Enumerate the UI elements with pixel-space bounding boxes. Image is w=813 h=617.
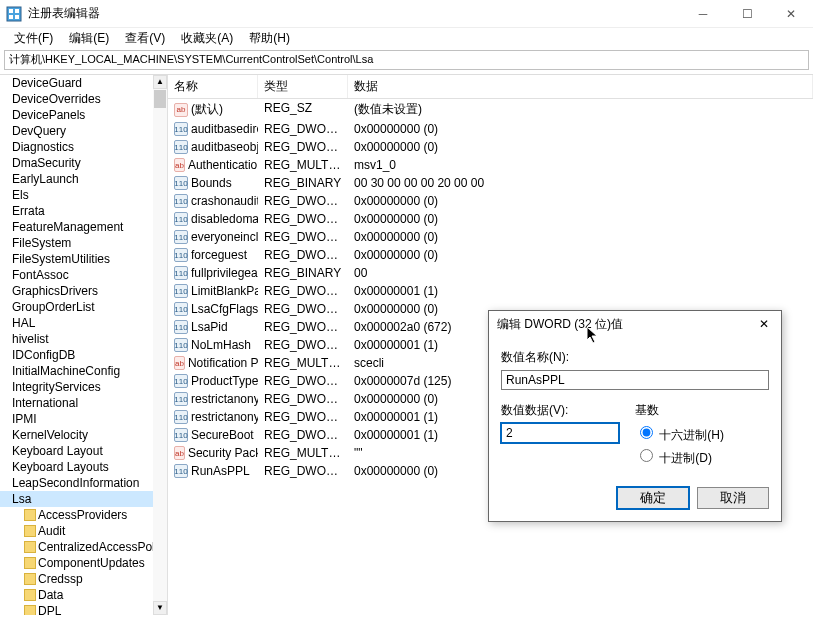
tree-item[interactable]: KernelVelocity: [0, 427, 167, 443]
tree-item[interactable]: FontAssoc: [0, 267, 167, 283]
tree-item-label: DmaSecurity: [12, 156, 81, 170]
binary-icon: 110: [174, 464, 188, 478]
tree-item[interactable]: Keyboard Layouts: [0, 459, 167, 475]
value-name: restrictanonym...: [191, 410, 258, 424]
menu-edit[interactable]: 编辑(E): [61, 28, 117, 48]
cancel-button[interactable]: 取消: [697, 487, 769, 509]
col-type[interactable]: 类型: [258, 75, 348, 98]
tree-item-label: FileSystem: [12, 236, 71, 250]
value-name: restrictanonym...: [191, 392, 258, 406]
tree-item[interactable]: GraphicsDrivers: [0, 283, 167, 299]
binary-icon: 110: [174, 122, 188, 136]
list-header[interactable]: 名称 类型 数据: [168, 75, 813, 99]
value-data: 0x00000000 (0): [348, 247, 813, 263]
tree-item[interactable]: Credssp: [0, 571, 167, 587]
tree-item[interactable]: DeviceGuard: [0, 75, 167, 91]
tree-pane[interactable]: DeviceGuardDeviceOverridesDevicePanelsDe…: [0, 75, 168, 615]
tree-item[interactable]: InitialMachineConfig: [0, 363, 167, 379]
tree-item-label: InitialMachineConfig: [12, 364, 120, 378]
list-row[interactable]: 110everyoneinclud...REG_DWORD0x00000000 …: [168, 228, 813, 246]
tree-item[interactable]: DevQuery: [0, 123, 167, 139]
value-data: 0x00000000 (0): [348, 121, 813, 137]
menu-help[interactable]: 帮助(H): [241, 28, 298, 48]
tree-item[interactable]: DeviceOverrides: [0, 91, 167, 107]
tree-item[interactable]: LeapSecondInformation: [0, 475, 167, 491]
base-label: 基数: [635, 402, 769, 419]
tree-item[interactable]: IPMI: [0, 411, 167, 427]
close-button[interactable]: ✕: [769, 0, 813, 28]
radio-hex[interactable]: 十六进制(H): [635, 423, 769, 444]
list-row[interactable]: 110fullprivilegeau...REG_BINARY00: [168, 264, 813, 282]
tree-item[interactable]: International: [0, 395, 167, 411]
value-name: NoLmHash: [191, 338, 251, 352]
binary-icon: 110: [174, 230, 188, 244]
tree-item[interactable]: Els: [0, 187, 167, 203]
list-row[interactable]: 110auditbaseobje...REG_DWORD0x00000000 (…: [168, 138, 813, 156]
tree-item[interactable]: FileSystem: [0, 235, 167, 251]
tree-item-label: IPMI: [12, 412, 37, 426]
value-type: REG_DWORD: [258, 193, 348, 209]
maximize-button[interactable]: ☐: [725, 0, 769, 28]
col-data[interactable]: 数据: [348, 75, 813, 98]
value-name: SecureBoot: [191, 428, 254, 442]
value-name: disabledomain...: [191, 212, 258, 226]
menu-file[interactable]: 文件(F): [6, 28, 61, 48]
tree-item[interactable]: EarlyLaunch: [0, 171, 167, 187]
tree-item[interactable]: DmaSecurity: [0, 155, 167, 171]
list-row[interactable]: 110forceguestREG_DWORD0x00000000 (0): [168, 246, 813, 264]
tree-item[interactable]: DevicePanels: [0, 107, 167, 123]
tree-item[interactable]: FileSystemUtilities: [0, 251, 167, 267]
tree-item[interactable]: IntegrityServices: [0, 379, 167, 395]
scroll-down-icon[interactable]: ▼: [153, 601, 167, 615]
list-row[interactable]: ab(默认)REG_SZ(数值未设置): [168, 99, 813, 120]
value-name: (默认): [191, 101, 223, 118]
value-name-field[interactable]: [501, 370, 769, 390]
list-row[interactable]: 110crashonauditfailREG_DWORD0x00000000 (…: [168, 192, 813, 210]
folder-icon: [24, 557, 36, 569]
list-row[interactable]: 110BoundsREG_BINARY00 30 00 00 00 20 00 …: [168, 174, 813, 192]
list-row[interactable]: 110LimitBlankPass...REG_DWORD0x00000001 …: [168, 282, 813, 300]
tree-item[interactable]: Audit: [0, 523, 167, 539]
tree-item[interactable]: GroupOrderList: [0, 299, 167, 315]
dialog-close-button[interactable]: ✕: [755, 317, 773, 331]
radio-dec[interactable]: 十进制(D): [635, 446, 769, 467]
tree-item[interactable]: Data: [0, 587, 167, 603]
value-name: LsaPid: [191, 320, 228, 334]
list-row[interactable]: 110auditbasedirec...REG_DWORD0x00000000 …: [168, 120, 813, 138]
tree-item-label: International: [12, 396, 78, 410]
tree-item[interactable]: CentralizedAccessPolicies: [0, 539, 167, 555]
menu-view[interactable]: 查看(V): [117, 28, 173, 48]
tree-item-label: DevicePanels: [12, 108, 85, 122]
tree-item[interactable]: HAL: [0, 315, 167, 331]
dialog-titlebar[interactable]: 编辑 DWORD (32 位)值 ✕: [489, 311, 781, 337]
tree-item[interactable]: hivelist: [0, 331, 167, 347]
ok-button[interactable]: 确定: [617, 487, 689, 509]
list-row[interactable]: 110disabledomain...REG_DWORD0x00000000 (…: [168, 210, 813, 228]
tree-item[interactable]: ComponentUpdates: [0, 555, 167, 571]
tree-scrollbar[interactable]: ▲ ▼: [153, 75, 167, 615]
tree-item-label: FeatureManagement: [12, 220, 123, 234]
tree-item[interactable]: Diagnostics: [0, 139, 167, 155]
value-type: REG_DWORD: [258, 301, 348, 317]
tree-item[interactable]: AccessProviders: [0, 507, 167, 523]
list-row[interactable]: abAuthentication ...REG_MULTI_SZmsv1_0: [168, 156, 813, 174]
tree-item-label: GraphicsDrivers: [12, 284, 98, 298]
scroll-thumb[interactable]: [154, 90, 166, 108]
scroll-up-icon[interactable]: ▲: [153, 75, 167, 89]
tree-item[interactable]: DPL: [0, 603, 167, 615]
menu-favorites[interactable]: 收藏夹(A): [173, 28, 241, 48]
tree-item[interactable]: Keyboard Layout: [0, 443, 167, 459]
value-data-field[interactable]: [501, 423, 619, 443]
col-name[interactable]: 名称: [168, 75, 258, 98]
tree-item[interactable]: Lsa: [0, 491, 167, 507]
tree-item[interactable]: IDConfigDB: [0, 347, 167, 363]
radio-dec-input[interactable]: [640, 449, 653, 462]
radio-hex-input[interactable]: [640, 426, 653, 439]
tree-item[interactable]: FeatureManagement: [0, 219, 167, 235]
address-bar[interactable]: 计算机\HKEY_LOCAL_MACHINE\SYSTEM\CurrentCon…: [4, 50, 809, 70]
minimize-button[interactable]: ─: [681, 0, 725, 28]
value-name: ProductType: [191, 374, 258, 388]
tree-item[interactable]: Errata: [0, 203, 167, 219]
app-icon: [6, 6, 22, 22]
binary-icon: 110: [174, 176, 188, 190]
